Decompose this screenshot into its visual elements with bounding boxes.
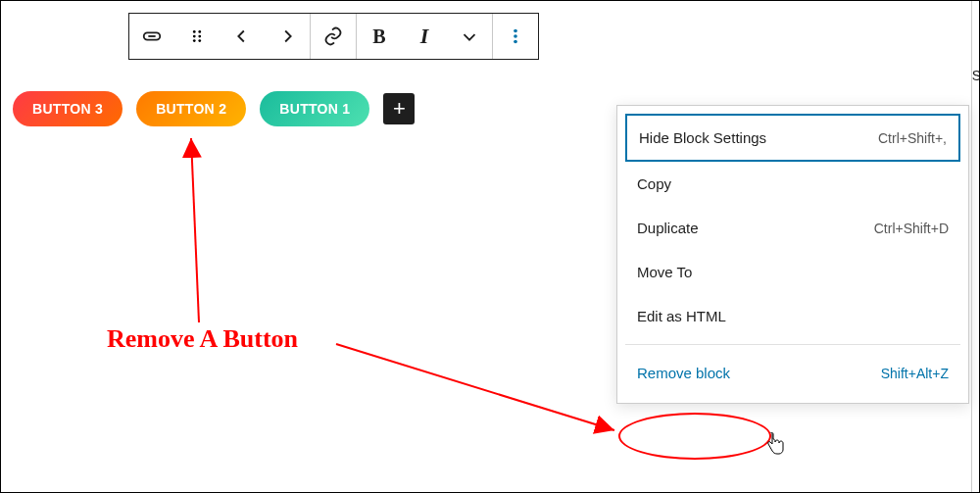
move-up-button[interactable]: [220, 14, 265, 59]
toolbar-group-format: B I: [357, 14, 493, 59]
block-type-button[interactable]: [129, 14, 174, 59]
annotation-label: Remove A Button: [107, 324, 298, 354]
menu-duplicate[interactable]: Duplicate Ctrl+Shift+D: [625, 206, 960, 250]
editor-frame: B I BUTTON 3 BUTTON 2 BUTTON 1 + Hide Bl…: [0, 0, 980, 493]
menu-item-shortcut: Ctrl+Shift+,: [878, 130, 947, 146]
svg-point-8: [514, 29, 517, 33]
svg-rect-1: [148, 35, 155, 37]
menu-copy[interactable]: Copy: [625, 162, 960, 206]
button-1[interactable]: BUTTON 1: [260, 91, 369, 126]
link-button[interactable]: [311, 14, 356, 59]
menu-item-label: Remove block: [637, 365, 730, 381]
svg-point-4: [193, 35, 196, 38]
svg-point-5: [198, 35, 201, 38]
svg-point-9: [514, 34, 517, 38]
italic-button[interactable]: I: [402, 14, 447, 59]
toolbar-group-block: [129, 14, 311, 59]
button-3[interactable]: BUTTON 3: [13, 91, 122, 126]
menu-remove-block[interactable]: Remove block Shift+Alt+Z: [625, 351, 960, 395]
drag-icon: [186, 25, 208, 47]
menu-item-shortcut: Ctrl+Shift+D: [874, 221, 949, 236]
menu-item-label: Duplicate: [637, 220, 699, 236]
menu-item-shortcut: Shift+Alt+Z: [881, 366, 949, 381]
buttons-block-icon: [141, 25, 163, 47]
menu-item-label: Hide Block Settings: [639, 129, 766, 146]
toolbar-group-options: [493, 14, 538, 59]
bold-button[interactable]: B: [357, 14, 402, 59]
toolbar-group-link: [311, 14, 357, 59]
sidebar-edge: [971, 1, 979, 492]
add-block-button[interactable]: +: [383, 93, 415, 124]
block-options-menu: Hide Block Settings Ctrl+Shift+, Copy Du…: [616, 105, 969, 404]
italic-icon: I: [420, 24, 429, 49]
move-down-button[interactable]: [265, 14, 310, 59]
link-icon: [322, 25, 344, 47]
block-toolbar: B I: [128, 13, 539, 60]
bold-icon: B: [372, 25, 385, 48]
menu-item-label: Edit as HTML: [637, 308, 726, 324]
menu-move-to[interactable]: Move To: [625, 250, 960, 294]
buttons-block[interactable]: BUTTON 3 BUTTON 2 BUTTON 1 +: [13, 91, 415, 126]
options-button[interactable]: [493, 14, 538, 59]
chevron-down-icon: [459, 25, 480, 47]
svg-point-3: [198, 30, 201, 33]
drag-handle[interactable]: [174, 14, 220, 59]
button-2[interactable]: BUTTON 2: [136, 91, 246, 126]
svg-point-10: [514, 40, 517, 44]
svg-point-7: [198, 39, 201, 42]
svg-line-12: [336, 344, 614, 430]
menu-item-label: Copy: [637, 175, 671, 192]
menu-edit-html[interactable]: Edit as HTML: [625, 294, 960, 338]
annotation-oval: [618, 413, 771, 460]
more-vertical-icon: [505, 25, 526, 47]
more-format-button[interactable]: [447, 14, 492, 59]
svg-line-11: [191, 138, 199, 322]
cursor-pointer-icon: [765, 432, 785, 461]
menu-hide-block-settings[interactable]: Hide Block Settings Ctrl+Shift+,: [625, 114, 960, 162]
chevron-left-icon: [231, 25, 253, 47]
chevron-right-icon: [276, 25, 298, 47]
menu-separator: [625, 344, 960, 345]
plus-icon: +: [393, 96, 406, 122]
menu-item-label: Move To: [637, 264, 692, 280]
svg-point-2: [193, 30, 196, 33]
svg-point-6: [193, 39, 196, 42]
